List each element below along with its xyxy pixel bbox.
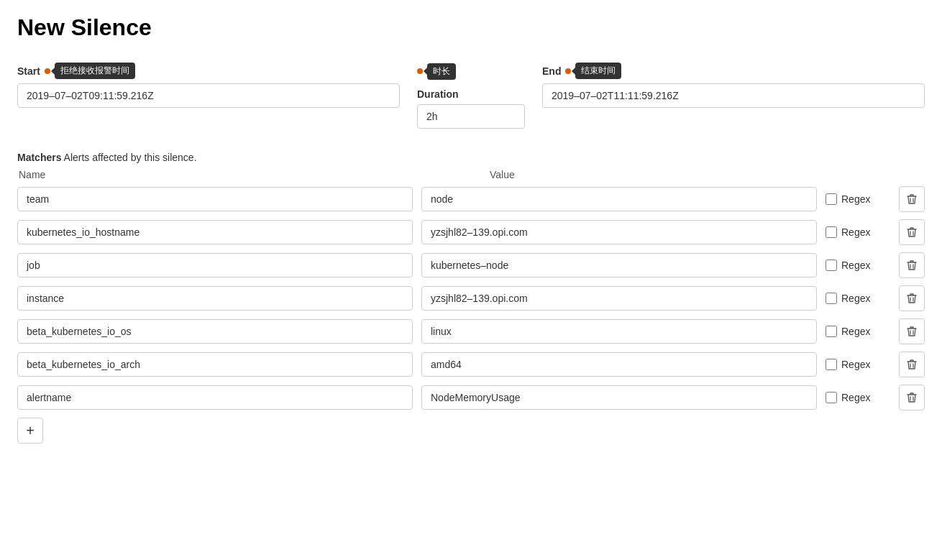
end-tooltip: 结束时间 — [575, 63, 621, 79]
regex-checkbox-1[interactable] — [826, 226, 837, 238]
duration-label: Duration — [417, 88, 525, 100]
matcher-name-3 — [17, 286, 413, 311]
delete-matcher-button-4[interactable] — [899, 318, 925, 344]
delete-matcher-button-1[interactable] — [899, 219, 925, 245]
regex-checkbox-0[interactable] — [826, 193, 837, 205]
matcher-name-input-1[interactable] — [17, 220, 413, 244]
regex-checkbox-6[interactable] — [826, 392, 837, 403]
matcher-rows-container: Regex Regex — [17, 186, 925, 410]
duration-tooltip: 时长 — [427, 63, 456, 80]
matcher-row: Regex — [17, 252, 925, 278]
regex-group-2: Regex — [826, 260, 890, 271]
trash-icon — [907, 293, 917, 304]
matchers-section: Matchers Alerts affected by this silence… — [17, 152, 925, 444]
matcher-name-input-4[interactable] — [17, 319, 413, 344]
start-tooltip: 拒绝接收报警时间 — [55, 63, 135, 79]
regex-checkbox-5[interactable] — [826, 359, 837, 370]
end-field-group: End 结束时间 — [542, 63, 925, 108]
start-input[interactable] — [17, 83, 400, 108]
end-label-row: End 结束时间 — [542, 63, 925, 79]
matcher-name-input-0[interactable] — [17, 187, 413, 211]
regex-group-5: Regex — [826, 359, 890, 370]
matcher-name-input-6[interactable] — [17, 385, 413, 410]
delete-matcher-button-2[interactable] — [899, 252, 925, 278]
trash-icon — [907, 359, 917, 370]
trash-icon — [907, 260, 917, 271]
matchers-title: Matchers Alerts affected by this silence… — [17, 152, 925, 163]
regex-label-5: Regex — [841, 359, 870, 370]
regex-group-4: Regex — [826, 326, 890, 337]
matcher-value-input-3[interactable] — [421, 286, 817, 311]
matcher-name-input-2[interactable] — [17, 253, 413, 277]
matcher-name-4 — [17, 319, 413, 344]
delete-matcher-button-5[interactable] — [899, 352, 925, 377]
col-name-header: Name — [17, 169, 454, 180]
matcher-value-4 — [421, 319, 817, 344]
regex-group-3: Regex — [826, 293, 890, 304]
regex-checkbox-4[interactable] — [826, 326, 837, 337]
trash-icon — [907, 193, 917, 205]
end-input[interactable] — [542, 83, 925, 108]
col-value-header: Value — [488, 169, 925, 180]
duration-input[interactable] — [417, 104, 525, 129]
trash-icon — [907, 226, 917, 238]
matcher-value-5 — [421, 352, 817, 377]
regex-checkbox-3[interactable] — [826, 293, 837, 304]
matcher-value-3 — [421, 286, 817, 311]
regex-group-6: Regex — [826, 392, 890, 403]
matcher-name-2 — [17, 253, 413, 277]
regex-label-2: Regex — [841, 260, 870, 271]
matcher-value-input-4[interactable] — [421, 319, 817, 344]
matcher-value-6 — [421, 385, 817, 410]
matcher-name-0 — [17, 187, 413, 211]
matchers-desc: Alerts affected by this silence. — [61, 152, 196, 163]
matcher-value-0 — [421, 187, 817, 211]
regex-label-4: Regex — [841, 326, 870, 337]
duration-tooltip-row: 时长 — [417, 63, 525, 80]
matcher-value-input-0[interactable] — [421, 187, 817, 211]
matcher-name-1 — [17, 220, 413, 244]
matcher-name-6 — [17, 385, 413, 410]
matcher-value-input-2[interactable] — [421, 253, 817, 277]
matcher-row: Regex — [17, 318, 925, 344]
regex-label-3: Regex — [841, 293, 870, 304]
regex-group-0: Regex — [826, 193, 890, 205]
delete-matcher-button-3[interactable] — [899, 285, 925, 311]
start-required-dot — [45, 68, 50, 74]
regex-label-0: Regex — [841, 193, 870, 205]
regex-group-1: Regex — [826, 226, 890, 238]
matchers-column-headers: Name Value — [17, 169, 925, 180]
end-required-dot — [565, 68, 571, 74]
add-matcher-button[interactable]: + — [17, 418, 43, 444]
matcher-value-1 — [421, 220, 817, 244]
regex-checkbox-2[interactable] — [826, 260, 837, 271]
time-section: Start 拒绝接收报警时间 时长 Duration End 结束时间 — [17, 63, 925, 129]
delete-matcher-button-0[interactable] — [899, 186, 925, 212]
regex-label-6: Regex — [841, 392, 870, 403]
delete-matcher-button-6[interactable] — [899, 385, 925, 410]
matcher-row: Regex — [17, 219, 925, 245]
duration-field-group: 时长 Duration — [417, 63, 525, 129]
start-field-group: Start 拒绝接收报警时间 — [17, 63, 400, 108]
matcher-value-input-1[interactable] — [421, 220, 817, 244]
trash-icon — [907, 326, 917, 337]
duration-dot — [417, 68, 423, 74]
matcher-value-input-6[interactable] — [421, 385, 817, 410]
matcher-name-input-3[interactable] — [17, 286, 413, 311]
matcher-row: Regex — [17, 186, 925, 212]
end-label: End — [542, 65, 561, 77]
trash-icon — [907, 392, 917, 403]
matcher-value-input-5[interactable] — [421, 352, 817, 377]
start-label-row: Start 拒绝接收报警时间 — [17, 63, 400, 79]
matcher-row: Regex — [17, 352, 925, 377]
regex-label-1: Regex — [841, 226, 870, 238]
matcher-name-input-5[interactable] — [17, 352, 413, 377]
matcher-row: Regex — [17, 385, 925, 410]
matcher-value-2 — [421, 253, 817, 277]
matcher-name-5 — [17, 352, 413, 377]
start-label: Start — [17, 65, 40, 77]
page-title: New Silence — [17, 14, 925, 41]
matcher-row: Regex — [17, 285, 925, 311]
